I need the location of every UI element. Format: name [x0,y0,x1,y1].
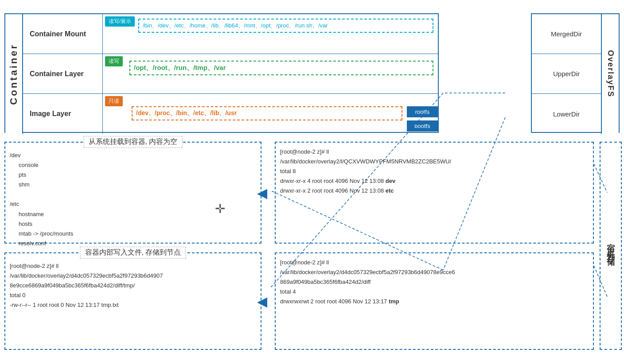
overlayfs-merged: MergedDir [532,14,601,54]
main-container: Container Container Mount 读写/展示 /bin、/de… [0,0,624,364]
left-top-title: 从系统挂载到容器, 内容为空 [84,136,183,148]
container-layer-content: 读写 /opt、/root、/run、/tmp、/var [103,54,438,93]
arrow-left-bottom: ◀ [257,294,267,309]
cursor-icon: ✛ [215,201,225,216]
content-line-3: pts [10,170,256,180]
left-panel-bottom: 容器内部写入文件, 存储到节点 [root@node-2 z]# ll /var… [4,252,261,350]
lb-line-5: -rw-r--r-- 1 root root 0 Nov 12 13:17 tm… [10,300,256,310]
top-diagram: Container Container Mount 读写/展示 /bin、/de… [4,4,620,137]
overlayfs-lower: LowerDir [532,94,601,134]
image-layer-content: 只读 /dev、/proc、/bin、/etc、/lib、/usr rootfs… [103,94,438,134]
rt-line-4: drwxr-xr-x 4 root root 4096 Nov 12 13:08… [280,176,589,186]
mount-label: Container Mount [23,14,103,54]
rb-line-5: drwxrwxrwt 2 root root 4096 Nov 12 13:17… [280,297,589,306]
left-panel-top: 从系统挂载到容器, 内容为空 /dev console pts shm /etc… [4,142,261,244]
rt-line-3: total 8 [280,167,589,176]
rt-line-2: /var/lib/docker/overlay2/l/QCXVWDWYPFM5N… [280,157,589,167]
host-storage-label: 宿主机存储 [605,237,616,255]
left-bottom-title: 容器内部写入文件, 存储到节点 [80,247,186,259]
container-layer-label: Container Layer [23,54,103,93]
rt-line-5: drwxr-xr-x 2 root root 4096 Nov 12 13:08… [280,186,589,196]
right-panel-bottom: ◀ [root@node-2 z]# ll /var/lib/docker/ov… [275,252,594,350]
badge-readwrite-show: 读写/展示 [105,16,135,27]
content-line-2: console [10,160,256,170]
overlayfs-upper: UpperDir [532,54,601,94]
container-box: Container Container Mount 读写/展示 /bin、/de… [4,13,439,133]
container-layer-row: Container Layer 读写 /opt、/root、/run、/tmp、… [23,54,438,94]
image-layer-row: Image Layer 只读 /dev、/proc、/bin、/etc、/lib… [23,94,438,134]
left-top-content: /dev console pts shm /etc hostname hosts… [10,151,256,248]
container-paths: /opt、/root、/run、/tmp、/var [129,61,433,75]
image-paths: /dev、/proc、/bin、/etc、/lib、/usr [132,106,402,120]
badge-readwrite: 读写 [105,56,123,66]
right-bottom-content: [root@node-2 z]# ll /var/lib/docker/over… [280,258,589,306]
container-label: Container [5,14,23,134]
mount-content: 读写/展示 /bin、/dev、/etc、/home、/lib、/lib64、/… [103,14,438,54]
content-line-1: /dev [10,151,256,160]
overlayfs-inner: MergedDir UpperDir LowerDir [532,14,601,132]
lb-line-1: [root@node-2 z]# ll [10,261,256,271]
lb-line-3: 8e9cce6869a9f049ba5bc365f6fba424d2/diff/… [10,281,256,290]
content-line-4: shm [10,180,256,190]
lb-line-4: total 0 [10,290,256,300]
rb-line-1: [root@node-2 z]# ll [280,258,589,267]
bootfs-badge: bootfs [407,120,438,132]
mount-paths: /bin、/dev、/etc、/home、/lib、/lib64、/mnt、/o… [138,19,433,33]
lb-line-2: /var/lib/docker/overlay2/d4dc057329ecbf5… [10,271,256,281]
container-inner: Container Mount 读写/展示 /bin、/dev、/etc、/ho… [23,14,438,132]
overlayfs-label: OverlayFS [601,14,619,134]
overlayfs-box: MergedDir UpperDir LowerDir OverlayFS [531,13,620,133]
bottom-area: 从系统挂载到容器, 内容为空 /dev console pts shm /etc… [4,142,620,360]
content-line-8: mtab -> /proc/mounts [10,229,256,239]
rb-line-3: 869a9f049ba5bc365f6fba424d2/diff [280,277,589,287]
rb-line-4: total 4 [280,287,589,297]
image-layer-label: Image Layer [23,94,103,134]
rb-line-2: /var/lib/docker/overlay2/d4dc057329ecbf5… [280,267,589,277]
right-panel-top: ◀ [root@node-2 z]# ll /var/lib/docker/ov… [275,142,594,244]
right-top-content: [root@node-2 z]# ll /var/lib/docker/over… [280,147,589,196]
left-bottom-content: [root@node-2 z]# ll /var/lib/docker/over… [10,261,256,310]
rt-line-1: [root@node-2 z]# ll [280,147,589,157]
arrow-left-top: ◀ [257,185,267,201]
mount-row: Container Mount 读写/展示 /bin、/dev、/etc、/ho… [23,14,438,54]
rootfs-badge: rootfs [407,106,438,117]
host-storage-box: 宿主机存储 [600,142,622,350]
content-line-blank [10,190,256,199]
content-line-7: hosts [10,219,256,229]
badge-readonly: 只读 [105,96,123,106]
